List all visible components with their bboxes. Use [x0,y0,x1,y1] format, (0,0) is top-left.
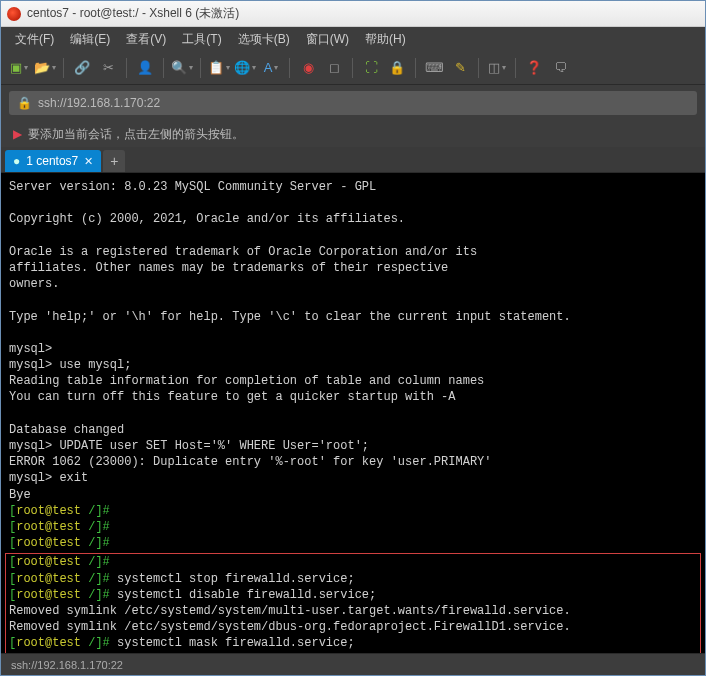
terminal-line: owners. [9,277,59,291]
address-bar: 🔒 ssh://192.168.1.170:22 [1,85,705,121]
new-tab-button[interactable]: + [103,150,125,172]
terminal-line: mysql> UPDATE user SET Host='%' WHERE Us… [9,439,369,453]
copy-button[interactable]: 📋 [207,56,231,80]
profile-button[interactable]: 👤 [133,56,157,80]
terminal-line: affiliates. Other names may be trademark… [9,261,448,275]
toolbar-separator [200,58,201,78]
font-button[interactable]: A [259,56,283,80]
terminal-prompt: [root@test /]# [9,572,110,586]
terminal-line: mysql> [9,342,52,356]
tab-centos7[interactable]: ● 1 centos7 ✕ [5,150,101,172]
terminal-cmd: systemctl disable firewalld.service; [117,588,376,602]
tab-label: 1 centos7 [26,154,78,168]
lock-button[interactable]: 🔒 [385,56,409,80]
terminal-line: You can turn off this feature to get a q… [9,390,455,404]
terminal-line: ERROR 1062 (23000): Duplicate entry '%-r… [9,455,491,469]
terminal-line: Reading table information for completion… [9,374,484,388]
info-text: 要添加当前会话，点击左侧的箭头按钮。 [28,126,244,143]
new-icon: ▣ [10,60,22,75]
status-text: ssh://192.168.1.170:22 [11,659,123,671]
reconnect-button[interactable]: 🔗 [70,56,94,80]
toolbar-separator [415,58,416,78]
tab-row: ● 1 centos7 ✕ + [1,147,705,173]
window-titlebar: centos7 - root@test:/ - Xshell 6 (未激活) [1,1,705,27]
terminal-prompt: [root@test /]# [9,536,110,550]
layout-icon: ◫ [488,60,500,75]
terminal[interactable]: Server version: 8.0.23 MySQL Community S… [1,173,705,653]
toolbar-separator [478,58,479,78]
menu-view[interactable]: 查看(V) [118,28,174,51]
menu-window[interactable]: 窗口(W) [298,28,357,51]
find-button[interactable]: 🔍 [170,56,194,80]
new-session-button[interactable]: ▣ [7,56,31,80]
record-button[interactable]: ◉ [296,56,320,80]
highlight-icon: ✎ [455,60,466,75]
menu-file[interactable]: 文件(F) [7,28,62,51]
terminal-cmd: systemctl stop firewalld.service; [117,572,355,586]
fullscreen-button[interactable]: ⛶ [359,56,383,80]
user-icon: 👤 [137,60,153,75]
terminal-line: Database changed [9,423,124,437]
plus-icon: + [110,153,118,169]
terminal-line: Bye [9,488,31,502]
app-icon [7,7,21,21]
menu-help[interactable]: 帮助(H) [357,28,414,51]
terminal-output: Removed symlink /etc/systemd/system/dbus… [9,620,571,634]
keyboard-button[interactable]: ⌨ [422,56,446,80]
paste-icon: 🌐 [234,60,250,75]
terminal-prompt: [root@test /]# [9,555,110,569]
about-button[interactable]: 🗨 [548,56,572,80]
terminal-line: mysql> use mysql; [9,358,131,372]
menu-edit[interactable]: 编辑(E) [62,28,118,51]
menubar: 文件(F) 编辑(E) 查看(V) 工具(T) 选项卡(B) 窗口(W) 帮助(… [1,27,705,51]
terminal-prompt: [root@test /]# [9,636,110,650]
terminal-output: Created symlink from /etc/systemd/system… [9,652,527,653]
highlight-button[interactable]: ✎ [448,56,472,80]
expand-icon: ⛶ [365,60,378,75]
terminal-line: Type 'help;' or '\h' for help. Type '\c'… [9,310,571,324]
help-icon: ❓ [526,60,542,75]
arrow-icon[interactable]: ▶ [13,127,22,141]
menu-tab[interactable]: 选项卡(B) [230,28,298,51]
toolbar: ▣ 📂 🔗 ✂ 👤 🔍 📋 🌐 A ◉ ◻ ⛶ 🔒 ⌨ ✎ ◫ ❓ 🗨 [1,51,705,85]
address-text: ssh://192.168.1.170:22 [38,96,160,110]
highlighted-output: [root@test /]# [root@test /]# systemctl … [5,553,701,653]
terminal-line: mysql> exit [9,471,88,485]
unlink-icon: ✂ [103,60,114,75]
toolbar-separator [126,58,127,78]
status-bar: ssh://192.168.1.170:22 [1,653,705,675]
terminal-prompt: [root@test /]# [9,520,110,534]
help-button[interactable]: ❓ [522,56,546,80]
lock-icon: 🔒 [389,60,405,75]
tab-close-icon[interactable]: ✕ [84,155,93,168]
search-icon: 🔍 [171,60,187,75]
link-icon: 🔗 [74,60,90,75]
paste-button[interactable]: 🌐 [233,56,257,80]
terminal-prompt: [root@test /]# [9,504,110,518]
terminal-prompt: [root@test /]# [9,588,110,602]
copy-icon: 📋 [208,60,224,75]
terminal-line: Oracle is a registered trademark of Orac… [9,245,477,259]
about-icon: 🗨 [554,60,567,75]
stop-icon: ◻ [329,60,340,75]
keyboard-icon: ⌨ [425,60,444,75]
window-title: centos7 - root@test:/ - Xshell 6 (未激活) [27,5,239,22]
menu-tools[interactable]: 工具(T) [174,28,229,51]
layout-button[interactable]: ◫ [485,56,509,80]
address-input[interactable]: 🔒 ssh://192.168.1.170:22 [9,91,697,115]
record-icon: ◉ [303,60,314,75]
toolbar-separator [515,58,516,78]
lock-icon: 🔒 [17,96,32,110]
terminal-line: Copyright (c) 2000, 2021, Oracle and/or … [9,212,405,226]
info-bar: ▶ 要添加当前会话，点击左侧的箭头按钮。 [1,121,705,147]
open-session-button[interactable]: 📂 [33,56,57,80]
stop-record-button[interactable]: ◻ [322,56,346,80]
terminal-output: Removed symlink /etc/systemd/system/mult… [9,604,571,618]
toolbar-separator [289,58,290,78]
toolbar-separator [352,58,353,78]
toolbar-separator [163,58,164,78]
terminal-cmd: systemctl mask firewalld.service; [117,636,355,650]
disconnect-button[interactable]: ✂ [96,56,120,80]
open-icon: 📂 [34,60,50,75]
terminal-line: Server version: 8.0.23 MySQL Community S… [9,180,376,194]
